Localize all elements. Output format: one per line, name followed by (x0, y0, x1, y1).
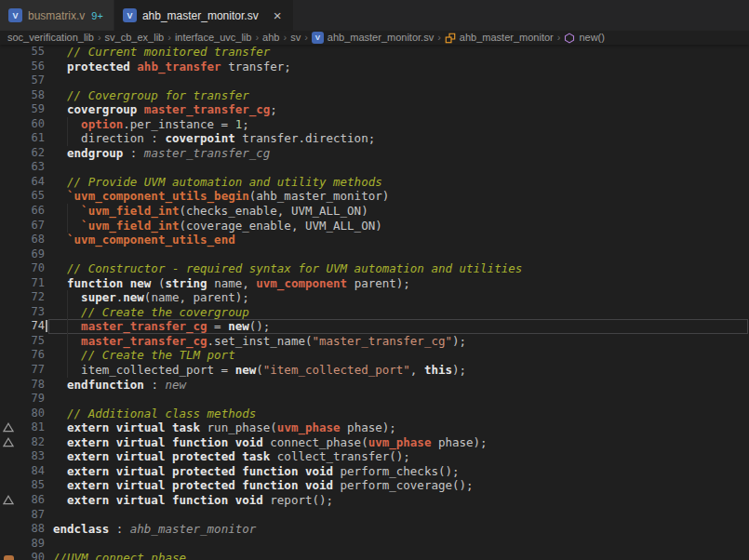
code-token: .set_inst_name( (207, 334, 313, 348)
code-text: protected ahb_transfer transfer; (45, 60, 749, 74)
code-line-56[interactable]: 56 protected ahb_transfer transfer; (0, 60, 749, 74)
code-line-86[interactable]: 86 extern virtual function void report()… (0, 493, 749, 508)
code-line-72[interactable]: 72 super.new(name, parent); (0, 290, 749, 305)
code-line-69[interactable]: 69 (0, 247, 749, 262)
glyph-margin (0, 247, 17, 262)
code-line-63[interactable]: 63 (0, 160, 749, 175)
code-line-85[interactable]: 85 extern virtual protected function voi… (0, 478, 749, 493)
tab-busmatrix-v[interactable]: V busmatrix.v 9+ (0, 0, 114, 31)
text-cursor (46, 320, 47, 332)
code-line-62[interactable]: 62 endgroup : master_transfer_cg (0, 146, 749, 161)
code-token: master_transfer_cg (144, 146, 270, 160)
code-token: ); (452, 334, 466, 348)
code-line-76[interactable]: 76 // Create the TLM port (0, 348, 749, 363)
code-token: ( (151, 276, 165, 290)
line-number: 65 (17, 189, 45, 204)
code-token: item_collected_port = (81, 363, 235, 377)
code-token: , (410, 363, 424, 377)
glyph-margin (0, 392, 17, 407)
breadcrumb-item-soc-verification-lib[interactable]: soc_verification_lib (7, 31, 94, 45)
code-line-81[interactable]: 81 extern virtual task run_phase(uvm_pha… (0, 420, 749, 435)
code-line-58[interactable]: 58 // Covergroup for transfer (0, 88, 749, 103)
code-line-55[interactable]: 55 // Current monitored transfer (0, 45, 749, 60)
code-token: // Provide UVM automation and utility me… (67, 175, 382, 189)
code-token: // Constructor - required syntax for UVM… (67, 261, 522, 275)
gutter-marker-icon[interactable] (0, 551, 17, 560)
code-line-74[interactable]: 74 master_transfer_cg = new(); (0, 319, 749, 334)
indent-guide (67, 305, 68, 320)
extern-declaration-marker-icon[interactable] (0, 420, 17, 435)
glyph-margin (0, 537, 17, 552)
code-token: : (123, 146, 144, 160)
line-number: 87 (17, 508, 45, 523)
code-token: "item_collected_port" (263, 363, 410, 377)
indent-guide (67, 334, 68, 349)
line-number: 89 (17, 537, 45, 552)
breadcrumb-item-sv[interactable]: sv (290, 31, 301, 45)
extern-declaration-marker-icon[interactable] (0, 493, 17, 508)
code-line-89[interactable]: 89 (0, 537, 749, 552)
breadcrumb-item-new[interactable]: new() (564, 31, 605, 45)
glyph-margin (0, 348, 17, 363)
code-token: // Create the TLM port (81, 348, 235, 362)
glyph-margin (0, 219, 17, 233)
code-text (45, 73, 749, 88)
code-token (53, 88, 67, 102)
extern-declaration-marker-icon (3, 422, 14, 433)
breadcrumb-item-interface-uvc-lib[interactable]: interface_uvc_lib (175, 31, 252, 45)
code-line-88[interactable]: 88endclass : ahb_master_monitor (0, 522, 749, 537)
class-symbol-icon (445, 33, 456, 44)
code-line-73[interactable]: 73 // Create the covergroup (0, 305, 749, 320)
code-line-83[interactable]: 83 extern virtual protected task collect… (0, 449, 749, 464)
code-line-57[interactable]: 57 (0, 73, 749, 88)
code-line-61[interactable]: 61 direction : coverpoint transfer.direc… (0, 131, 749, 146)
indent-guide (67, 290, 68, 305)
glyph-margin (0, 73, 17, 88)
line-number: 67 (17, 219, 45, 233)
breadcrumb-item-ahb[interactable]: ahb (262, 31, 279, 45)
code-line-66[interactable]: 66 `uvm_field_int(checks_enable, UVM_ALL… (0, 204, 749, 219)
code-line-82[interactable]: 82 extern virtual function void connect_… (0, 435, 749, 450)
breadcrumb-item-ahb-master-monitor-sv[interactable]: Vahb_master_monitor.sv (312, 31, 434, 45)
code-line-78[interactable]: 78 endfunction : new (0, 378, 749, 393)
code-editor[interactable]: 55 // Current monitored transfer56 prote… (0, 45, 749, 560)
extern-declaration-marker-icon[interactable] (0, 435, 17, 450)
breadcrumb-label: sv_cb_ex_lib (105, 31, 165, 45)
tab-ahb-master-monitor-sv[interactable]: V ahb_master_monitor.sv × (114, 0, 295, 31)
code-line-84[interactable]: 84 extern virtual protected function voi… (0, 464, 749, 479)
code-line-87[interactable]: 87 (0, 508, 749, 523)
code-token: ahb_master_monitor (130, 522, 256, 536)
code-token: extern virtual protected function void (67, 464, 333, 478)
glyph-margin (0, 117, 17, 132)
code-line-79[interactable]: 79 (0, 392, 749, 407)
code-line-60[interactable]: 60 option.per_instance = 1; (0, 117, 749, 132)
close-icon[interactable]: × (272, 8, 284, 22)
code-text: function new (string name, uvm_component… (45, 276, 749, 291)
code-line-90[interactable]: 90//UVM connect_phase (0, 551, 749, 560)
tab-bar-empty-space (294, 0, 749, 31)
code-line-71[interactable]: 71 function new (string name, uvm_compon… (0, 276, 749, 291)
code-token: extern virtual protected task (67, 449, 270, 463)
code-line-59[interactable]: 59 covergroup master_transfer_cg; (0, 102, 749, 117)
code-token (53, 175, 67, 189)
breadcrumb-label: new() (579, 31, 605, 45)
code-line-64[interactable]: 64 // Provide UVM automation and utility… (0, 175, 749, 190)
glyph-margin (0, 363, 17, 378)
breadcrumb-item-ahb-master-monitor[interactable]: ahb_master_monitor (445, 31, 554, 45)
line-number: 76 (17, 348, 45, 363)
code-token: run_phase( (200, 420, 277, 434)
indent-guide (67, 204, 68, 219)
code-line-68[interactable]: 68 `uvm_component_utils_end (0, 233, 749, 247)
code-line-67[interactable]: 67 `uvm_field_int(coverage_enable, UVM_A… (0, 219, 749, 233)
code-line-70[interactable]: 70 // Constructor - required syntax for … (0, 261, 749, 276)
tab-label: ahb_master_monitor.sv (142, 9, 259, 22)
glyph-margin (0, 131, 17, 146)
chevron-right-icon: › (304, 31, 308, 45)
code-token: `uvm_component_utils_begin (67, 189, 249, 203)
code-line-75[interactable]: 75 master_transfer_cg.set_inst_name("mas… (0, 334, 749, 349)
breadcrumb-item-sv-cb-ex-lib[interactable]: sv_cb_ex_lib (105, 31, 165, 45)
code-line-65[interactable]: 65 `uvm_component_utils_begin(ahb_master… (0, 189, 749, 204)
code-line-77[interactable]: 77 item_collected_port = new("item_colle… (0, 363, 749, 378)
verilog-file-icon: V (123, 8, 137, 22)
code-line-80[interactable]: 80 // Additional class methods (0, 407, 749, 421)
